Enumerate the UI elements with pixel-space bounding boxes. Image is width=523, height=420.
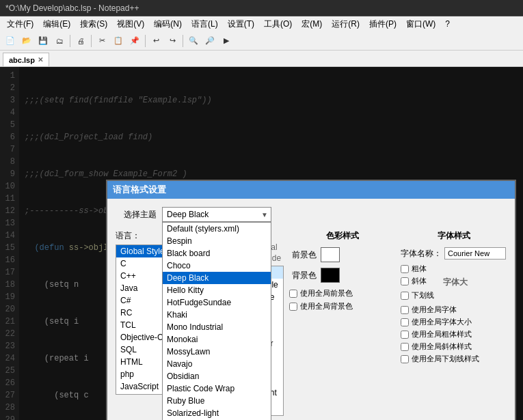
find-btn[interactable]: 🔍 xyxy=(186,33,201,48)
dialog-title: 语言格式设置 xyxy=(107,181,515,199)
main-container: *O:\My Develop\abc.lsp - Notepad++ 文件(F)… xyxy=(0,0,523,420)
menu-lang[interactable]: 语言(L) xyxy=(187,17,222,31)
sep1 xyxy=(70,35,70,47)
menu-encode[interactable]: 编码(N) xyxy=(150,17,186,31)
global-italic-check-row: 使用全局斜体样式 xyxy=(401,341,507,352)
redo-btn[interactable]: ↪ xyxy=(165,33,180,48)
menu-macro[interactable]: 宏(M) xyxy=(297,17,326,31)
global-bg-check-row: 使用全局背景色 xyxy=(289,301,395,311)
global-font-checkbox[interactable] xyxy=(401,306,409,314)
copy-btn[interactable]: 📋 xyxy=(111,33,126,48)
global-fg-label: 使用全局前景色 xyxy=(300,288,353,298)
sep2 xyxy=(91,35,92,47)
tab-abc-lsp[interactable]: abc.lsp ✕ xyxy=(3,53,49,66)
fg-color-row: 前景色 xyxy=(289,247,395,262)
font-section-title: 字体样式 xyxy=(401,230,507,242)
toolbar: 📄 📂 💾 🗂 🖨 ✂ 📋 📌 ↩ ↪ 🔍 🔎 ▶ xyxy=(0,31,523,51)
theme-option-plastic[interactable]: Plastic Code Wrap xyxy=(163,382,271,395)
global-fg-checkbox[interactable] xyxy=(289,290,297,298)
theme-selected-value: Deep Black xyxy=(167,210,209,219)
bold-check-row: 粗体 xyxy=(401,264,507,274)
fg-label: 前景色 xyxy=(289,249,317,261)
tab-bar: abc.lsp ✕ xyxy=(0,51,523,67)
menu-edit[interactable]: 编辑(E) xyxy=(39,17,75,31)
theme-option-ruby[interactable]: Ruby Blue xyxy=(163,395,271,407)
global-font-label: 使用全局字体 xyxy=(412,305,457,315)
theme-option-choco[interactable]: Choco xyxy=(163,260,271,272)
global-bg-label: 使用全局背景色 xyxy=(300,301,353,311)
global-italic-label: 使用全局斜体样式 xyxy=(412,341,472,352)
tab-label: abc.lsp xyxy=(9,56,35,64)
menu-bar: 文件(F) 编辑(E) 搜索(S) 视图(V) 编码(N) 语言(L) 设置(T… xyxy=(0,16,523,31)
global-italic-checkbox[interactable] xyxy=(401,343,409,351)
global-underline-check-row: 使用全局下划线样式 xyxy=(401,354,507,364)
bg-color-box[interactable] xyxy=(321,268,340,283)
dialog-body: 选择主题 Deep Black ▼ Default (stylers.xml) … xyxy=(107,199,515,420)
theme-option-khaki[interactable]: Khaki xyxy=(163,309,271,321)
theme-select-wrapper: Deep Black ▼ Default (stylers.xml) Bespi… xyxy=(162,207,271,222)
editor-area: 12345 678910 1112131415 1617181920 21222… xyxy=(0,67,523,420)
save-btn[interactable]: 💾 xyxy=(36,33,51,48)
menu-settings[interactable]: 设置(T) xyxy=(224,17,258,31)
theme-option-hellokitty[interactable]: Hello Kitty xyxy=(163,284,271,296)
menu-run[interactable]: 运行(R) xyxy=(327,17,364,31)
global-font-check-row: 使用全局字体 xyxy=(401,305,507,315)
theme-row: 选择主题 Deep Black ▼ Default (stylers.xml) … xyxy=(116,207,507,222)
menu-tools[interactable]: 工具(O) xyxy=(260,17,296,31)
global-fg-check-row: 使用全局前景色 xyxy=(289,288,395,298)
menu-window[interactable]: 窗口(W) xyxy=(402,17,440,31)
menu-plugins[interactable]: 插件(P) xyxy=(365,17,401,31)
menu-help[interactable]: ? xyxy=(441,18,454,30)
theme-option-deepblack[interactable]: Deep Black xyxy=(163,272,271,284)
font-section: 字体样式 字体名称： Courier New 粗体 斜体 xyxy=(401,230,507,416)
theme-option-mossylawn[interactable]: MossyLawn xyxy=(163,346,271,358)
theme-dropdown[interactable]: Default (stylers.xml) Bespin Black board… xyxy=(162,222,271,420)
dropdown-arrow-icon: ▼ xyxy=(261,211,268,219)
language-format-dialog: 语言格式设置 选择主题 Deep Black ▼ Default (styler… xyxy=(106,180,516,420)
global-font-size-checkbox[interactable] xyxy=(401,318,409,326)
theme-option-navajo[interactable]: Navajo xyxy=(163,358,271,370)
print-btn[interactable]: 🖨 xyxy=(73,33,88,48)
undo-btn[interactable]: ↩ xyxy=(148,33,163,48)
theme-option-hotfudge[interactable]: HotFudgeSundae xyxy=(163,296,271,309)
font-size-label: 字体大 xyxy=(443,277,468,288)
theme-option-bespin[interactable]: Bespin xyxy=(163,235,271,247)
bold-label: 粗体 xyxy=(412,264,427,274)
open-btn[interactable]: 📂 xyxy=(19,33,34,48)
save-all-btn[interactable]: 🗂 xyxy=(52,33,67,48)
font-name-label: 字体名称： xyxy=(401,248,442,260)
title-bar: *O:\My Develop\abc.lsp - Notepad++ xyxy=(0,0,523,16)
bg-color-row: 背景色 xyxy=(289,268,395,283)
theme-label: 选择主题 xyxy=(116,209,157,221)
global-bold-checkbox[interactable] xyxy=(401,331,409,339)
global-bold-check-row: 使用全局粗体样式 xyxy=(401,329,507,339)
new-btn[interactable]: 📄 xyxy=(3,33,18,48)
theme-select[interactable]: Deep Black ▼ xyxy=(162,207,271,222)
theme-option-mono[interactable]: Mono Industrial xyxy=(163,321,271,333)
menu-view[interactable]: 视图(V) xyxy=(113,17,148,31)
cut-btn[interactable]: ✂ xyxy=(94,33,109,48)
underline-checkbox[interactable] xyxy=(401,292,409,300)
theme-option-solarized-light[interactable]: Solarized-light xyxy=(163,407,271,419)
global-bg-checkbox[interactable] xyxy=(289,303,297,311)
menu-search[interactable]: 搜索(S) xyxy=(76,17,111,31)
theme-option-blackboard[interactable]: Black board xyxy=(163,247,271,260)
color-section: 色彩样式 前景色 背景色 使用全局前景色 xyxy=(289,230,395,416)
italic-check-row: 斜体 xyxy=(401,276,427,286)
global-underline-checkbox[interactable] xyxy=(401,355,409,363)
sep4 xyxy=(183,35,183,47)
run-btn[interactable]: ▶ xyxy=(219,33,234,48)
theme-option-obsidian[interactable]: Obsidian xyxy=(163,370,271,382)
zoom-in-btn[interactable]: 🔎 xyxy=(202,33,217,48)
theme-option-default[interactable]: Default (stylers.xml) xyxy=(163,223,271,235)
tab-close-icon[interactable]: ✕ xyxy=(38,56,43,64)
global-bold-label: 使用全局粗体样式 xyxy=(412,329,472,339)
italic-checkbox[interactable] xyxy=(401,277,409,285)
theme-option-monokai[interactable]: Monokai xyxy=(163,333,271,346)
font-name-value[interactable]: Courier New xyxy=(444,247,506,260)
paste-btn[interactable]: 📌 xyxy=(127,33,142,48)
menu-file[interactable]: 文件(F) xyxy=(3,17,38,31)
color-section-title: 色彩样式 xyxy=(289,230,395,242)
fg-color-box[interactable] xyxy=(321,247,340,262)
bold-checkbox[interactable] xyxy=(401,265,409,273)
